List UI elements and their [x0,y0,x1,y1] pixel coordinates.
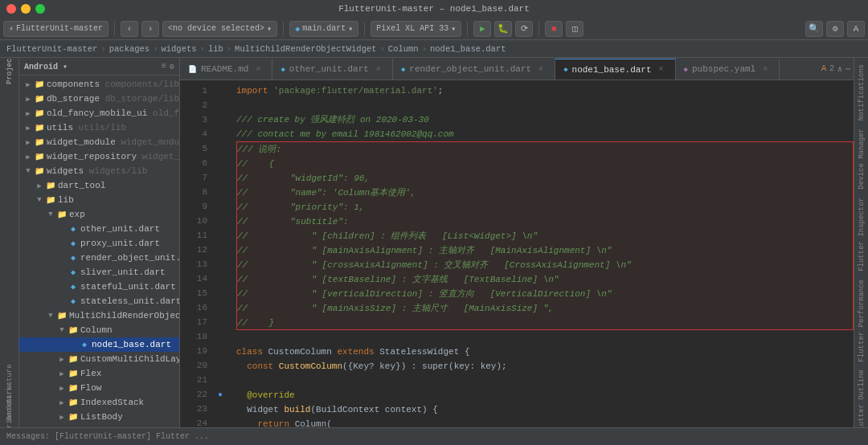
device-selector[interactable]: <no device selected> ▾ [162,21,277,37]
tab-render-object[interactable]: ◆ render_object_unit.dart × [393,59,555,80]
tab-other-unit-label: other_unit.dart [289,64,369,74]
code-line-9: // "priority": 1, [237,200,853,214]
tree-item-db_storage[interactable]: ▶ 📁 db_storage db_storage/lib [19,92,179,106]
breadcrumb-column[interactable]: Column [388,44,419,54]
tab-pubspec[interactable]: ◆ pubspec.yaml × [676,59,780,80]
code-line-20: const CustomColumn({Key? key}) : super(k… [236,359,854,374]
bottom-message: Messages: [FlutterUnit-master] Flutter .… [6,432,209,441]
tree-item-lib[interactable]: ▼ 📁 lib [19,193,179,207]
flutter-outline-label[interactable]: Flutter Outline [858,366,866,427]
tab-more-icon[interactable]: ⋯ [845,64,850,74]
breadcrumb-widgets[interactable]: widgets [161,44,196,54]
tab-bar: 📄 README.md × ◆ other_unit.dart × ◆ rend… [180,58,854,80]
tab-render-object-label: render_object_unit.dart [409,64,531,74]
tree-item-old_fancy[interactable]: ▶ 📁 old_fancy_mobile_ui old_fancy_mobile… [19,106,179,120]
translate-button[interactable]: A [847,21,865,37]
code-content[interactable]: import 'package:flutter/material.dart'; … [228,80,854,427]
tree-root-label: Android ▾ [24,62,68,71]
flutter-inspector-label[interactable]: Flutter Inspector [858,194,866,275]
tree-item-proxy_unit[interactable]: ◆ proxy_unit.dart [19,236,179,251]
tab-expand-icon[interactable]: ∧ [837,64,842,74]
close-button[interactable] [6,4,16,14]
tab-other-unit-close[interactable]: × [373,63,384,75]
main-dart-btn[interactable]: ◆ main.dart ▾ [289,21,358,37]
tree-item-CustomMultiChildLayout[interactable]: ▶ 📁 CustomMultiChildLayout [19,352,179,366]
code-line-24: return Column( [236,417,854,427]
traffic-lights [6,4,45,14]
code-line-19: class CustomColumn extends StatelessWidg… [236,345,854,359]
tree-item-IndexedStack[interactable]: ▶ 📁 IndexedStack [19,395,179,410]
settings-button[interactable]: ⚙ [826,21,844,37]
variants-icon[interactable]: Variants [2,411,18,427]
notifications-label[interactable]: Notifications [858,61,866,124]
tab-render-object-close[interactable]: × [535,63,547,75]
search-button[interactable]: 🔍 [805,21,823,37]
coverage-button[interactable]: ◫ [566,21,583,37]
run-button[interactable]: ▶ [473,21,491,37]
minimize-button[interactable] [21,4,31,14]
dart-file-icon: ◆ [295,24,300,34]
title-bar: FlutterUnit-master – node1_base.dart [0,0,868,18]
tree-icon-collapse[interactable]: ≡ [162,62,166,71]
back-button[interactable]: ‹ [121,21,138,37]
maximize-button[interactable] [35,4,45,14]
tree-item-stateless_unit[interactable]: ◆ stateless_unit.dart [19,294,179,308]
tree-item-dart_tool[interactable]: ▶ 📁 dart_tool [19,178,179,193]
toolbar: ⚡ FlutterUnit-master ‹ › <no device sele… [0,18,868,40]
device-manager-label[interactable]: Device Manager [858,125,866,193]
tab-pubspec-close[interactable]: × [760,63,771,75]
tree-icon-settings[interactable]: ⚙ [170,62,174,71]
tab-node1-base[interactable]: ◆ node1_base.dart × [555,59,675,80]
tree-item-node1_base[interactable]: ◆ node1_base.dart [19,337,179,352]
tab-readme[interactable]: 📄 README.md × [180,59,272,80]
logo-label: FlutterUnit-master [16,24,103,33]
tree-item-components[interactable]: ▶ 📁 components components/lib [19,77,179,92]
tree-item-stateful_unit[interactable]: ◆ stateful_unit.dart [19,280,179,294]
tree-item-exp[interactable]: ▼ 📁 exp [19,207,179,222]
tab-readme-close[interactable]: × [252,63,264,75]
tab-other-unit[interactable]: ◆ other_unit.dart × [272,59,392,80]
breadcrumb-packages[interactable]: packages [109,44,149,54]
tree-item-other_unit[interactable]: ◆ other_unit.dart [19,222,179,236]
forward-button[interactable]: › [141,21,159,37]
profile-button[interactable]: ⟳ [515,21,533,37]
logo-icon: ⚡ [9,24,14,34]
flutter-performance-label[interactable]: Flutter Performance [858,276,866,365]
tree-item-MultiChildRenderObjectWidget[interactable]: ▼ 📁 MultiChildRenderObjectWidget [19,308,179,323]
left-icon-strip: Project Structure Bookmarks Variants [0,58,19,427]
debug-button[interactable]: 🐛 [494,21,512,37]
logo-btn[interactable]: ⚡ FlutterUnit-master [3,21,108,37]
tree-header-icons: ≡ ⚙ [162,62,174,71]
tree-item-widgets[interactable]: ▼ 📁 widgets widgets/lib [19,164,179,178]
device-api-btn[interactable]: Pixel XL API 33 ▾ [371,21,461,37]
code-line-13: // " [crossAxisAlignment] : 交叉轴对齐 [Cross… [237,258,853,272]
toolbar-right: 🔍 ⚙ A [805,21,865,37]
toolbar-divider-2 [283,22,284,36]
tree-item-widget_module[interactable]: ▶ 📁 widget_module widget_module/lib [19,135,179,149]
tree-item-ListBody[interactable]: ▶ 📁 ListBody [19,410,179,424]
tree-item-sliver_unit[interactable]: ◆ sliver_unit.dart [19,265,179,280]
chevron-down-icon-3: ▾ [451,24,456,34]
pubspec-icon: ◆ [684,65,688,74]
breadcrumb-flutterunit[interactable]: FlutterUnit-master [6,44,97,54]
tree-header: Android ▾ ≡ ⚙ [19,58,179,76]
tree-item-Flex[interactable]: ▶ 📁 Flex [19,366,179,381]
stop-button[interactable]: ■ [545,21,563,37]
breadcrumb-lib[interactable]: lib [208,44,223,54]
tab-node1-base-close[interactable]: × [656,64,667,76]
tab-bar-actions: A 2 ∧ ⋯ [821,58,854,80]
tree-item-render_object_unit[interactable]: ◆ render_object_unit.dart [19,251,179,265]
render-object-icon: ◆ [401,65,405,74]
project-icon[interactable]: Project [2,61,18,77]
code-line-5: /// 说明: [237,142,853,157]
chevron-down-icon-2: ▾ [348,24,353,34]
node1-base-icon: ◆ [563,65,567,74]
tree-item-utils[interactable]: ▶ 📁 utils utils/lib [19,120,179,135]
tab-notification-count: A [821,64,826,73]
tree-item-Column[interactable]: ▼ 📁 Column [19,323,179,337]
breadcrumb-multichildrenderobjectwidget[interactable]: MultiChildRenderObjectWidget [235,44,376,54]
code-line-14: // " [textBaseline] : 文字基线 [TextBaseline… [237,272,853,287]
tree-item-Flow[interactable]: ▶ 📁 Flow [19,381,179,395]
tree-item-widget_repository[interactable]: ▶ 📁 widget_repository widget_repository/… [19,149,179,164]
breadcrumb-file[interactable]: node1_base.dart [430,44,506,54]
